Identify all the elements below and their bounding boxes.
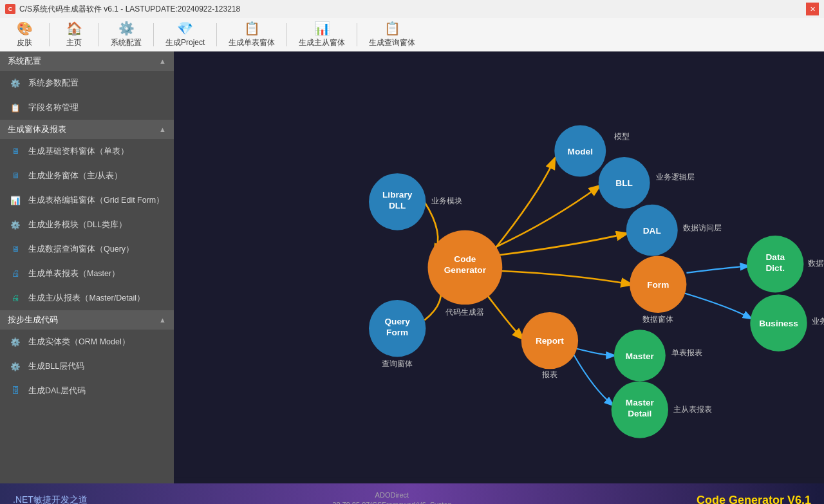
gen-dal-label: 生成DAL层代码 <box>28 386 86 397</box>
sidebar-section-step-gen[interactable]: 按步生成代码▲ <box>0 310 174 330</box>
svg-text:Generator: Generator <box>444 265 487 275</box>
toolbar-btn-query[interactable]: 📋生成查询窗体 <box>362 21 422 49</box>
gen-query-label: 生成数据查询窗体（Query） <box>28 244 134 255</box>
gen-masterdetail-icon: 🖨 <box>8 290 23 306</box>
svg-text:DAL: DAL <box>643 226 661 236</box>
gen-basic-icon: 🖥 <box>8 144 23 159</box>
sys-params-label: 系统参数配置 <box>28 78 79 89</box>
content-area: Code Generator 代码生成器 Model 模型 BLL 业务逻辑层 … <box>174 51 824 483</box>
status-left: .NET敏捷开发之道 <box>13 494 88 504</box>
config-icon: ⚙️ <box>118 21 135 36</box>
gen-master-label: 生成单表报表（Master） <box>28 268 120 279</box>
app-icon: C <box>5 4 15 14</box>
toolbar-divider <box>98 23 99 46</box>
svg-text:Model: Model <box>568 147 593 156</box>
gen-bll-label: 生成BLL层代码 <box>28 361 84 372</box>
sidebar-item-gen-dll[interactable]: ⚙️生成业务模块（DLL类库） <box>0 212 174 237</box>
field-name-label: 字段名称管理 <box>28 102 79 113</box>
svg-text:数据字典窗体: 数据字典窗体 <box>808 259 824 267</box>
config-label: 系统配置 <box>111 37 142 48</box>
query-label: 生成查询窗体 <box>369 37 415 48</box>
chevron-icon: ▲ <box>159 126 166 133</box>
titlebar: C C/S系统代码生成器软件 v6.1 - LASTUPDATE:2024092… <box>0 0 824 18</box>
toolbar-divider <box>216 23 217 46</box>
toolbar-btn-single[interactable]: 📋生成单表窗体 <box>222 21 281 49</box>
gen-grid-label: 生成表格编辑窗体（Grid Edit Form） <box>28 195 164 206</box>
sidebar-item-gen-master[interactable]: 🖨生成单表报表（Master） <box>0 261 174 286</box>
sidebar-item-sys-params[interactable]: ⚙️系统参数配置 <box>0 71 174 95</box>
toolbar-btn-skin[interactable]: 🎨皮肤 <box>5 21 44 49</box>
toolbar-btn-home[interactable]: 🏠主页 <box>55 21 93 49</box>
svg-text:Dict.: Dict. <box>765 263 785 273</box>
gen-grid-icon: 📊 <box>8 192 23 208</box>
sidebar-item-gen-basic[interactable]: 🖥生成基础资料窗体（单表） <box>0 139 174 163</box>
gen-business-label: 生成业务窗体（主/从表） <box>28 171 122 182</box>
svg-text:Data: Data <box>765 252 785 262</box>
toolbar-btn-config[interactable]: ⚙️系统配置 <box>104 21 148 49</box>
gen-dll-icon: ⚙️ <box>8 217 23 232</box>
sidebar-item-gen-entity[interactable]: ⚙️生成实体类（ORM Model） <box>0 330 174 354</box>
sidebar-section-title: 生成窗体及报表 <box>8 124 66 135</box>
toolbar-divider <box>286 23 287 46</box>
gen-entity-label: 生成实体类（ORM Model） <box>28 337 130 348</box>
main-area: 系统配置▲⚙️系统参数配置📋字段名称管理生成窗体及报表▲🖥生成基础资料窗体（单表… <box>0 51 824 483</box>
home-icon: 🏠 <box>66 21 82 36</box>
sidebar-item-gen-dal[interactable]: 🗄生成DAL层代码 <box>0 378 174 403</box>
svg-text:主从表报表: 主从表报表 <box>673 405 712 413</box>
svg-text:报表: 报表 <box>541 371 557 378</box>
svg-text:Report: Report <box>536 336 564 346</box>
svg-text:Master: Master <box>626 398 655 407</box>
gen-dll-label: 生成业务模块（DLL类库） <box>28 219 127 230</box>
single-label: 生成单表窗体 <box>229 37 275 48</box>
sys-params-icon: ⚙️ <box>8 75 23 91</box>
svg-text:Code: Code <box>454 254 476 264</box>
svg-text:Form: Form <box>647 280 669 290</box>
svg-text:Form: Form <box>386 328 408 337</box>
toolbar-btn-master[interactable]: 📊生成主从窗体 <box>292 21 351 49</box>
svg-text:DLL: DLL <box>389 201 406 210</box>
sidebar-section-gen-windows[interactable]: 生成窗体及报表▲ <box>0 120 174 139</box>
svg-text:数据窗体: 数据窗体 <box>642 315 673 323</box>
status-right: Code Generator V6.1 <box>697 494 811 505</box>
query-icon: 📋 <box>384 21 400 36</box>
sidebar-item-gen-grid[interactable]: 📊生成表格编辑窗体（Grid Edit Form） <box>0 188 174 212</box>
svg-text:数据访问层: 数据访问层 <box>683 223 722 232</box>
svg-text:查询窗体: 查询窗体 <box>382 359 413 368</box>
master-icon: 📊 <box>314 21 330 36</box>
svg-text:代码生成器: 代码生成器 <box>445 308 484 316</box>
project-label: 生成Project <box>165 37 205 48</box>
master-label: 生成主从窗体 <box>299 37 345 48</box>
sidebar-item-field-name[interactable]: 📋字段名称管理 <box>0 95 174 120</box>
sidebar-item-gen-masterdetail[interactable]: 🖨生成主/从报表（Master/Detail） <box>0 286 174 310</box>
svg-text:BLL: BLL <box>615 178 633 188</box>
svg-text:Library: Library <box>382 190 413 200</box>
close-button[interactable]: ✕ <box>806 3 819 15</box>
toolbar-divider <box>357 23 357 46</box>
single-icon: 📋 <box>244 21 260 36</box>
sidebar-section-system-config[interactable]: 系统配置▲ <box>0 51 174 71</box>
gen-entity-icon: ⚙️ <box>8 334 23 350</box>
svg-text:业务模块: 业务模块 <box>431 197 462 205</box>
gen-master-icon: 🖨 <box>8 266 23 281</box>
svg-text:模型: 模型 <box>614 133 630 140</box>
project-icon: 💎 <box>177 21 193 36</box>
gen-query-icon: 🖥 <box>8 241 23 257</box>
gen-basic-label: 生成基础资料窗体（单表） <box>28 146 129 157</box>
field-name-icon: 📋 <box>8 100 23 115</box>
svg-text:Query: Query <box>384 317 410 326</box>
statusbar: .NET敏捷开发之道 ADODirect 20.79.85.97(CSFrame… <box>0 483 824 504</box>
toolbar-btn-project[interactable]: 💎生成Project <box>159 21 211 49</box>
window-title: C/S系统代码生成器软件 v6.1 - LASTUPDATE:20240922-… <box>19 4 806 15</box>
sidebar-item-gen-business[interactable]: 🖥生成业务窗体（主/从表） <box>0 163 174 188</box>
sidebar-section-title: 系统配置 <box>8 55 41 67</box>
gen-business-icon: 🖥 <box>8 168 23 183</box>
sidebar-item-gen-bll[interactable]: ⚙️生成BLL层代码 <box>0 354 174 378</box>
mindmap-diagram: Code Generator 代码生成器 Model 模型 BLL 业务逻辑层 … <box>174 51 824 483</box>
svg-text:Master: Master <box>626 351 655 361</box>
chevron-icon: ▲ <box>159 316 166 324</box>
svg-text:Detail: Detail <box>628 409 651 418</box>
toolbar-divider <box>153 23 154 46</box>
sidebar-item-gen-query[interactable]: 🖥生成数据查询窗体（Query） <box>0 237 174 261</box>
svg-text:单表报表: 单表报表 <box>671 349 702 357</box>
sidebar-section-title: 按步生成代码 <box>8 314 58 326</box>
